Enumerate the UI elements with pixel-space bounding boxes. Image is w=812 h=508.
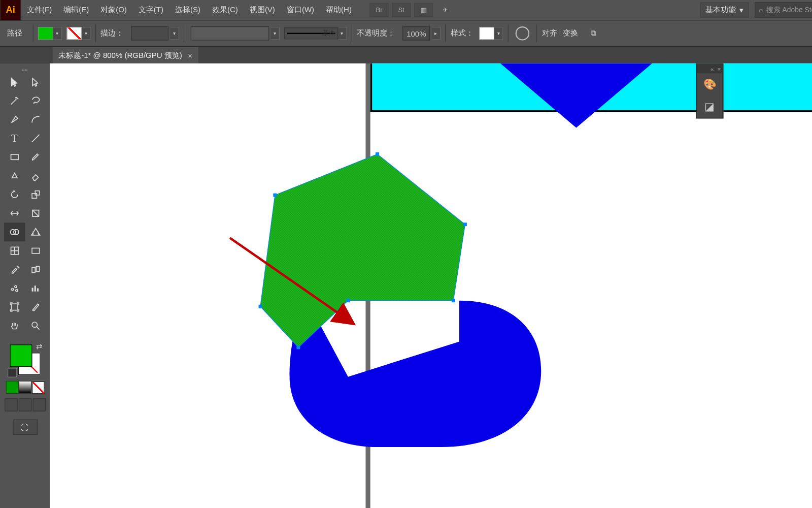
color-mode-row <box>6 381 44 394</box>
search-placeholder: 搜索 Adobe Stock <box>766 5 812 15</box>
zoom-tool[interactable] <box>25 316 46 335</box>
menu-effect[interactable]: 效果(C) <box>207 0 244 20</box>
eyedropper-tool[interactable] <box>4 260 24 279</box>
artboard-tool[interactable] <box>4 298 24 316</box>
pen-tool[interactable] <box>4 110 24 129</box>
draw-inside-button[interactable] <box>32 398 45 411</box>
menu-file[interactable]: 文件(F) <box>21 0 57 20</box>
stroke-dropdown[interactable]: ▾ <box>82 27 90 40</box>
draw-behind-button[interactable] <box>18 398 31 411</box>
screen-mode-button[interactable]: ⛶ <box>13 420 37 435</box>
svg-rect-8 <box>36 266 39 271</box>
column-graph-tool[interactable] <box>25 279 46 298</box>
stock-search-input[interactable]: ⌕ 搜索 Adobe Stock <box>755 3 812 18</box>
panel-collapse-icon[interactable]: « <box>710 66 714 72</box>
menu-object[interactable]: 对象(O) <box>95 0 133 20</box>
svg-line-25 <box>230 238 354 324</box>
color-button[interactable] <box>6 381 18 394</box>
svg-rect-20 <box>452 299 455 302</box>
selection-tool[interactable] <box>4 73 24 91</box>
variable-width-profile[interactable] <box>191 26 269 41</box>
symbol-sprayer-tool[interactable] <box>4 279 24 298</box>
document-tab-active[interactable]: 未标题-1* @ 800% (RGB/GPU 预览) × <box>53 47 198 63</box>
workspace-switcher[interactable]: 基本功能 ▾ <box>700 3 749 18</box>
svg-point-11 <box>15 290 17 292</box>
brush-definition[interactable]: 基本 <box>284 27 338 39</box>
type-tool[interactable]: T <box>4 129 24 148</box>
panel-close-icon[interactable]: × <box>717 66 721 72</box>
free-transform-tool[interactable] <box>25 204 46 223</box>
isolate-button[interactable]: ⧉ <box>586 26 601 41</box>
svg-point-9 <box>11 288 13 290</box>
style-label: 样式： <box>451 28 473 39</box>
magic-wand-tool[interactable] <box>4 91 24 110</box>
rotate-tool[interactable] <box>4 185 24 204</box>
draw-normal-button[interactable] <box>5 398 17 411</box>
hand-tool[interactable] <box>4 316 24 335</box>
width-tool[interactable] <box>4 204 24 223</box>
svg-point-13 <box>31 322 37 327</box>
blend-tool[interactable] <box>25 260 46 279</box>
color-panel-icon[interactable]: 🎨 <box>697 73 723 96</box>
paintbrush-tool[interactable] <box>25 148 46 167</box>
svg-rect-1 <box>31 194 36 198</box>
gradient-tool[interactable] <box>25 241 46 260</box>
shaper-tool[interactable] <box>4 167 24 185</box>
shape-builder-tool[interactable] <box>4 223 24 241</box>
swap-fill-stroke-icon[interactable]: ⇄ <box>36 342 43 351</box>
graphic-style-dropdown[interactable]: ▾ <box>494 27 503 40</box>
direct-selection-tool[interactable] <box>25 73 46 91</box>
stroke-weight-stepper[interactable]: ▾ <box>170 27 179 40</box>
perspective-grid-tool[interactable] <box>25 223 46 241</box>
fill-indicator[interactable] <box>10 344 32 367</box>
curvature-tool[interactable] <box>25 110 46 129</box>
none-button[interactable] <box>31 381 44 394</box>
slice-tool[interactable] <box>25 298 46 316</box>
tools-panel: «« T <box>0 64 50 508</box>
menu-select[interactable]: 选择(S) <box>170 0 207 20</box>
floating-panel-group[interactable]: « × 🎨 ◪ <box>696 64 723 118</box>
search-icon: ⌕ <box>759 6 763 14</box>
svg-point-10 <box>14 285 16 288</box>
brush-definition-label: 基本 <box>322 29 335 38</box>
scale-tool[interactable] <box>25 185 46 204</box>
svg-rect-2 <box>35 191 39 195</box>
gradient-button[interactable] <box>18 381 31 394</box>
svg-rect-12 <box>11 304 17 310</box>
svg-rect-18 <box>376 152 379 156</box>
menu-type[interactable]: 文字(T) <box>132 0 169 20</box>
opacity-dropdown[interactable]: ▸ <box>432 27 441 40</box>
brush-definition-dropdown[interactable]: ▾ <box>338 27 347 40</box>
default-fill-stroke-icon[interactable] <box>7 368 16 377</box>
rectangle-tool[interactable] <box>4 148 24 167</box>
graphic-style-swatch[interactable] <box>479 27 494 40</box>
mesh-tool[interactable] <box>4 241 24 260</box>
eraser-tool[interactable] <box>25 167 46 185</box>
menu-edit[interactable]: 编辑(E) <box>58 0 95 20</box>
fill-stroke-control[interactable]: ⇄ <box>7 342 42 377</box>
svg-rect-0 <box>11 154 18 160</box>
arrange-docs-button[interactable]: ▥ <box>414 3 433 17</box>
stroke-swatch[interactable] <box>66 27 82 40</box>
menu-window[interactable]: 窗口(W) <box>281 0 320 20</box>
align-label[interactable]: 对齐 <box>542 28 557 39</box>
swatches-panel-icon[interactable]: ◪ <box>697 96 723 118</box>
transform-label[interactable]: 变换 <box>563 28 578 39</box>
opacity-input[interactable]: 100% <box>402 26 430 41</box>
lasso-tool[interactable] <box>25 91 46 110</box>
menu-help[interactable]: 帮助(H) <box>320 0 358 20</box>
stroke-weight-input[interactable] <box>131 26 168 41</box>
svg-rect-22 <box>296 346 300 350</box>
fill-dropdown[interactable]: ▾ <box>53 27 62 40</box>
canvas-area[interactable]: « × 🎨 ◪ <box>50 64 812 508</box>
bridge-button[interactable]: Br <box>370 3 389 17</box>
recolor-artwork-button[interactable] <box>515 26 530 41</box>
line-segment-tool[interactable] <box>25 129 46 148</box>
variable-width-dropdown[interactable]: ▾ <box>271 27 280 40</box>
fill-swatch[interactable] <box>38 27 53 40</box>
gpu-rocket-icon[interactable]: ✈ <box>436 4 454 16</box>
menu-view[interactable]: 视图(V) <box>244 0 281 20</box>
svg-rect-6 <box>31 248 39 253</box>
tab-close-button[interactable]: × <box>188 51 192 60</box>
stock-button[interactable]: St <box>392 3 411 17</box>
